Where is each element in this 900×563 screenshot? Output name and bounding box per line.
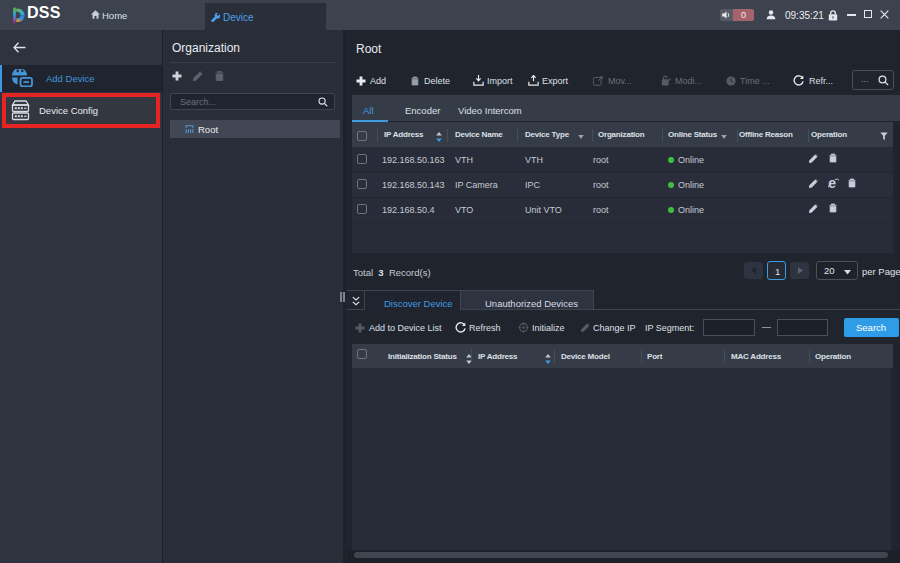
svg-text:e: e — [828, 177, 836, 189]
